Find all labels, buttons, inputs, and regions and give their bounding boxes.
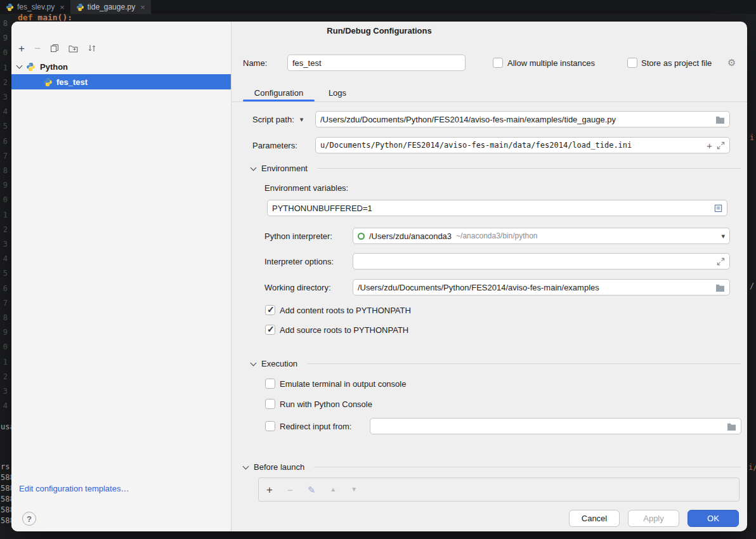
code-fragment: i/ (748, 463, 756, 472)
python-icon (26, 62, 36, 72)
tree-group-python[interactable]: Python (11, 59, 231, 74)
new-folder-button[interactable] (68, 44, 78, 53)
section-rule (307, 363, 741, 364)
editor-gutter: 890123456789012345678901234 (0, 16, 8, 413)
remove-configuration-button[interactable]: − (34, 43, 41, 54)
editor-tab-bar: fes_slev.py × tide_gauge.py × (0, 0, 756, 14)
section-rule (314, 467, 741, 467)
tree-group-label: Python (40, 62, 68, 72)
tab-close-icon[interactable]: × (140, 3, 145, 12)
expand-icon[interactable] (717, 141, 725, 150)
add-content-roots-checkbox[interactable] (265, 305, 275, 315)
python-file-icon (76, 3, 84, 11)
parameters-input-wrap: + (315, 137, 730, 153)
conda-env-icon (358, 233, 365, 240)
chevron-down-icon (16, 63, 23, 69)
allow-multiple-instances-checkbox[interactable] (493, 58, 503, 68)
chevron-down-icon: ▾ (297, 115, 304, 124)
interpreter-options-input-wrap (353, 253, 730, 270)
code-keyword: def (18, 13, 32, 22)
expand-icon[interactable] (717, 257, 725, 266)
tree-item-label: fes_test (56, 77, 88, 87)
sidebar-toolbar: + − (18, 42, 96, 55)
emulate-terminal-label: Emulate terminal in output console (280, 379, 406, 389)
python-interpreter-combo[interactable]: /Users/zdu/anaconda3 ~/anaconda3/bin/pyt… (353, 228, 730, 244)
browse-variables-icon[interactable] (714, 204, 722, 212)
tab-close-icon[interactable]: × (60, 3, 65, 12)
name-label: Name: (243, 58, 267, 68)
editor-tab-label: fes_slev.py (17, 3, 55, 11)
redirect-input-file[interactable] (375, 422, 722, 431)
python-file-icon (6, 3, 14, 11)
redirect-input-file-wrap (370, 418, 741, 434)
section-rule (317, 168, 741, 169)
tab-label: Configuration (254, 88, 303, 98)
section-title: Before launch (254, 462, 304, 472)
add-content-roots-label: Add content roots to PYTHONPATH (280, 306, 411, 315)
tab-configuration[interactable]: Configuration (243, 85, 315, 100)
environment-variables-label: Environment variables: (264, 183, 348, 193)
chevron-down-icon (251, 360, 257, 366)
redirect-input-label: Redirect input from: (280, 422, 351, 431)
editor-tab-label: tide_gauge.py (88, 3, 135, 11)
python-icon (43, 77, 53, 87)
before-launch-section-header[interactable]: Before launch (244, 462, 741, 472)
move-up-button[interactable]: ▲ (330, 486, 336, 493)
cancel-button[interactable]: Cancel (569, 510, 620, 527)
folder-icon[interactable] (715, 283, 725, 292)
editor-code-line: def main(): (18, 13, 72, 22)
folder-icon[interactable] (727, 422, 736, 431)
add-macro-icon[interactable]: + (707, 141, 712, 150)
help-button[interactable]: ? (22, 512, 36, 526)
name-input[interactable] (292, 58, 460, 68)
sort-configurations-button[interactable] (88, 44, 96, 53)
interpreter-hint: ~/anaconda3/bin/python (456, 231, 537, 240)
allow-multiple-instances-label: Allow multiple instances (507, 58, 595, 68)
code-text: main(): (32, 13, 72, 22)
gear-icon[interactable]: ⚙ (727, 57, 736, 68)
tab-logs[interactable]: Logs (323, 85, 351, 100)
editor-tab-tide-gauge[interactable]: tide_gauge.py × (70, 0, 151, 14)
working-directory-input-wrap (353, 279, 730, 295)
interpreter-options-input[interactable] (358, 257, 712, 266)
parameters-input[interactable] (320, 141, 702, 150)
environment-section-header[interactable]: Environment (251, 164, 741, 173)
chevron-down-icon[interactable]: ▾ (719, 232, 725, 240)
tabs-divider (232, 101, 747, 102)
run-with-python-console-checkbox[interactable] (265, 399, 275, 409)
copy-configuration-button[interactable] (50, 44, 59, 53)
section-title: Execution (261, 359, 297, 368)
code-fragment: / (750, 282, 754, 290)
execution-section-header[interactable]: Execution (251, 359, 741, 368)
tree-item-fes-test[interactable]: fes_test (11, 74, 231, 89)
script-path-label-text: Script path: (252, 115, 294, 124)
add-configuration-button[interactable]: + (18, 43, 25, 54)
move-down-button[interactable]: ▼ (351, 486, 357, 493)
remove-task-button[interactable]: − (287, 485, 293, 495)
script-path-input[interactable] (320, 115, 711, 124)
script-path-label[interactable]: Script path: ▾ (252, 115, 303, 124)
before-launch-task-list: + − ✎ ▲ ▼ (258, 477, 740, 502)
edit-task-button[interactable]: ✎ (308, 485, 316, 495)
folder-icon[interactable] (715, 115, 725, 124)
parameters-label: Parameters: (252, 141, 297, 150)
chevron-down-icon (251, 164, 257, 171)
store-as-project-file-label: Store as project file (641, 58, 712, 68)
store-as-project-file-checkbox[interactable] (627, 58, 637, 68)
emulate-terminal-checkbox[interactable] (265, 379, 275, 389)
edit-templates-link[interactable]: Edit configuration templates… (19, 484, 129, 493)
tab-label: Logs (329, 88, 346, 98)
redirect-input-checkbox[interactable] (265, 421, 275, 431)
environment-variables-input-wrap (267, 200, 727, 216)
apply-button[interactable]: Apply (628, 510, 679, 527)
run-debug-configurations-dialog: Run/Debug Configurations + − (11, 22, 747, 531)
environment-variables-input[interactable] (272, 204, 710, 213)
ok-button[interactable]: OK (688, 510, 739, 527)
add-source-roots-checkbox[interactable] (265, 325, 275, 335)
editor-tab-fes-slev[interactable]: fes_slev.py × (0, 0, 70, 14)
add-task-button[interactable]: + (266, 484, 273, 495)
run-with-python-console-label: Run with Python Console (280, 399, 372, 409)
screen: fes_slev.py × tide_gauge.py × def main()… (0, 0, 756, 539)
configurations-sidebar: + − Python (11, 22, 231, 531)
working-directory-input[interactable] (358, 283, 711, 292)
